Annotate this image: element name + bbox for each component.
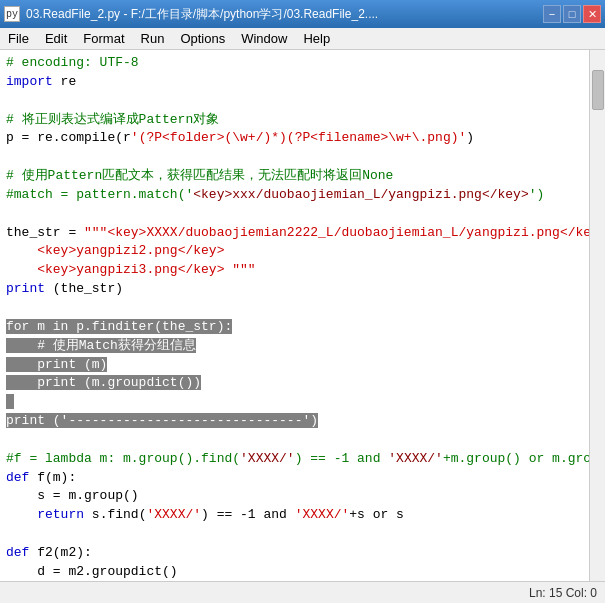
- line-7: # 使用Pattern匹配文本，获得匹配结果，无法匹配时将返回None: [6, 168, 393, 183]
- menu-item-help[interactable]: Help: [295, 28, 338, 49]
- editor-content[interactable]: # encoding: UTF-8 import re # 将正则表达式编译成P…: [0, 50, 589, 581]
- status-ln-col: Ln: 15 Col: 0: [529, 586, 597, 600]
- menu-bar: FileEditFormatRunOptionsWindowHelp: [0, 28, 605, 50]
- app-icon-text: py: [6, 9, 18, 20]
- window-title: 03.ReadFile_2.py - F:/工作目录/脚本/python学习/0…: [26, 6, 378, 23]
- window-controls: − □ ✕: [543, 5, 601, 23]
- line-blank-2: [6, 394, 14, 409]
- line-13: print (the_str): [6, 281, 123, 296]
- code-area[interactable]: # encoding: UTF-8 import re # 将正则表达式编译成P…: [0, 50, 589, 581]
- menu-item-options[interactable]: Options: [172, 28, 233, 49]
- line-1: # encoding: UTF-8: [6, 55, 139, 70]
- menu-item-window[interactable]: Window: [233, 28, 295, 49]
- scrollbar-thumb[interactable]: [592, 70, 604, 110]
- line-4: # 将正则表达式编译成Pattern对象: [6, 112, 219, 127]
- vertical-scrollbar[interactable]: [589, 50, 605, 581]
- line-23: def f(m):: [6, 470, 76, 485]
- highlighted-block: for m in p.finditer(the_str): # 使用Match获…: [6, 319, 318, 428]
- line-12: <key>yangpizi3.png</key> """: [6, 262, 256, 277]
- line-blank-1: [6, 300, 14, 315]
- line-2: import re: [6, 74, 76, 89]
- line-16: # 使用Match获得分组信息: [6, 338, 196, 353]
- line-27: def f2(m2):: [6, 545, 92, 560]
- app-icon: py: [4, 6, 20, 22]
- line-17: print (m): [6, 357, 107, 372]
- menu-item-edit[interactable]: Edit: [37, 28, 75, 49]
- status-bar: Ln: 15 Col: 0: [0, 581, 605, 603]
- maximize-button[interactable]: □: [563, 5, 581, 23]
- editor-container: # encoding: UTF-8 import re # 将正则表达式编译成P…: [0, 50, 605, 581]
- line-10: the_str = """<key>XXXX/duobaojiemian2222…: [6, 225, 589, 240]
- title-bar: py 03.ReadFile_2.py - F:/工作目录/脚本/python学…: [0, 0, 605, 28]
- menu-item-file[interactable]: File: [0, 28, 37, 49]
- title-bar-left: py 03.ReadFile_2.py - F:/工作目录/脚本/python学…: [4, 6, 378, 23]
- line-8: #match = pattern.match('<key>xxx/duobaoj…: [6, 187, 544, 202]
- line-18: print (m.groupdict()): [6, 375, 201, 390]
- menu-item-format[interactable]: Format: [75, 28, 132, 49]
- menu-item-run[interactable]: Run: [133, 28, 173, 49]
- line-25: return s.find('XXXX/') == -1 and 'XXXX/'…: [6, 507, 404, 522]
- minimize-button[interactable]: −: [543, 5, 561, 23]
- close-button[interactable]: ✕: [583, 5, 601, 23]
- line-22: #f = lambda m: m.group().find('XXXX/') =…: [6, 451, 589, 466]
- line-15: for m in p.finditer(the_str):: [6, 319, 232, 334]
- line-11: <key>yangpizi2.png</key>: [6, 243, 224, 258]
- line-24: s = m.group(): [6, 488, 139, 503]
- line-28: d = m2.groupdict(): [6, 564, 178, 579]
- line-20: print ('------------------------------'): [6, 413, 318, 428]
- line-5: p = re.compile(r'(?P<folder>(\w+/)*)(?P<…: [6, 130, 474, 145]
